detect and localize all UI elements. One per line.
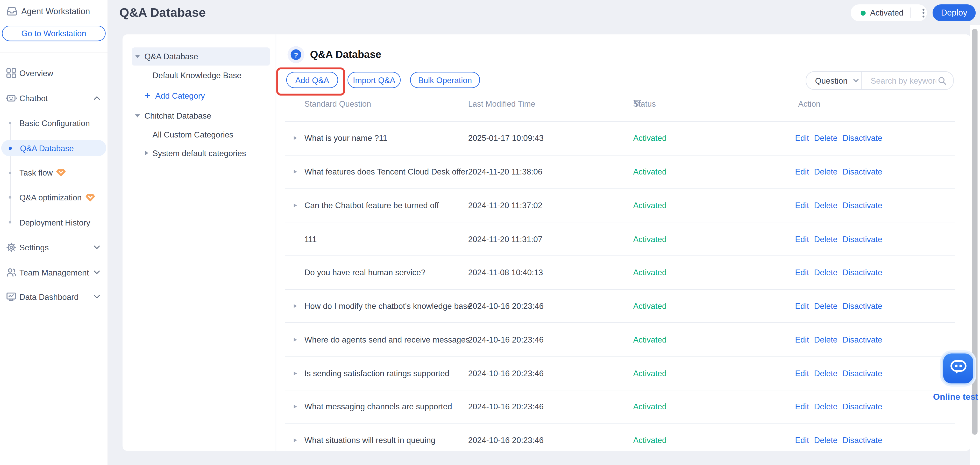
bullet-dot-icon xyxy=(9,196,11,198)
action-cell: EditDeleteDisactivate xyxy=(795,402,882,411)
sidebar-subitem-task-flow[interactable]: Task flow xyxy=(1,165,106,181)
disactivate-link[interactable]: Disactivate xyxy=(842,402,882,411)
table-row: 1112024-11-20 11:31:07ActivatedEditDelet… xyxy=(285,222,955,256)
online-test-chat-button[interactable] xyxy=(943,354,973,383)
chevron-up-icon xyxy=(94,96,100,100)
panel-title: Q&A Database xyxy=(310,49,381,60)
standard-question-cell: 111 xyxy=(304,234,317,244)
tree-item-default-knowledge-base[interactable]: Default Knowledge Base xyxy=(132,68,270,81)
last-modified-time-cell: 2024-11-20 11:31:07 xyxy=(468,234,542,244)
online-test-label[interactable]: Online test xyxy=(932,392,979,402)
search-field-select[interactable]: Question xyxy=(807,76,861,85)
last-modified-time-cell: 2024-11-08 10:40:13 xyxy=(468,268,543,277)
tree-item-all-custom-categories[interactable]: All Custom Categories xyxy=(132,128,270,140)
edit-link[interactable]: Edit xyxy=(795,402,809,411)
sidebar: Agent Workstation Go to Workstation Over… xyxy=(0,0,108,465)
disactivate-link[interactable]: Disactivate xyxy=(842,167,882,176)
edit-link[interactable]: Edit xyxy=(795,133,809,143)
edit-link[interactable]: Edit xyxy=(795,368,809,378)
edit-link[interactable]: Edit xyxy=(795,234,809,244)
delete-link[interactable]: Delete xyxy=(814,167,838,176)
tree-item-q-a-database[interactable]: Q&A Database xyxy=(132,48,270,65)
disactivate-link[interactable]: Disactivate xyxy=(842,133,882,143)
disactivate-link[interactable]: Disactivate xyxy=(842,302,882,311)
deploy-button[interactable]: Deploy xyxy=(932,5,975,21)
search-field-selected: Question xyxy=(815,76,848,85)
action-cell: EditDeleteDisactivate xyxy=(795,268,882,277)
disactivate-link[interactable]: Disactivate xyxy=(842,201,882,210)
help-icon[interactable]: ? xyxy=(291,49,301,60)
go-to-workstation-button[interactable]: Go to Workstation xyxy=(2,25,105,41)
content-card: Q&A DatabaseDefault Knowledge Base+Add C… xyxy=(123,35,970,451)
delete-link[interactable]: Delete xyxy=(814,201,838,210)
disactivate-link[interactable]: Disactivate xyxy=(842,234,882,244)
action-cell: EditDeleteDisactivate xyxy=(795,435,882,445)
add-qa-button[interactable]: Add Q&A xyxy=(286,72,338,88)
delete-link[interactable]: Delete xyxy=(814,268,838,277)
premium-gem-icon xyxy=(86,194,95,202)
tree-item-system-default-categories[interactable]: System default categories xyxy=(132,147,270,159)
last-modified-time-cell: 2024-10-16 20:23:46 xyxy=(468,302,544,311)
sidebar-item-data-dashboard[interactable]: Data Dashboard xyxy=(0,289,108,305)
table-row: What situations will result in queuing20… xyxy=(285,424,955,457)
sidebar-subitem-q-a-optimization[interactable]: Q&A optimization xyxy=(1,189,106,206)
edit-link[interactable]: Edit xyxy=(795,435,809,445)
expand-caret-icon[interactable] xyxy=(294,405,297,409)
expand-caret-icon[interactable] xyxy=(294,304,297,308)
expand-caret-icon[interactable] xyxy=(294,170,297,173)
bulk-operation-button[interactable]: Bulk Operation xyxy=(410,72,480,88)
tree-item-chitchat-database[interactable]: Chitchat Database xyxy=(132,109,270,122)
expand-caret-icon[interactable] xyxy=(294,438,297,442)
disactivate-link[interactable]: Disactivate xyxy=(842,368,882,378)
standard-question-cell: What features does Tencent Cloud Desk of… xyxy=(304,167,468,176)
sidebar-item-overview[interactable]: Overview xyxy=(0,65,108,81)
category-tree: Q&A DatabaseDefault Knowledge Base+Add C… xyxy=(123,35,276,451)
column-standard-question: Standard Question xyxy=(304,99,371,109)
delete-link[interactable]: Delete xyxy=(814,435,838,445)
action-cell: EditDeleteDisactivate xyxy=(795,302,882,311)
more-options-kebab-icon[interactable] xyxy=(915,5,932,21)
sidebar-item-chatbot[interactable]: Chatbot xyxy=(0,90,108,106)
search-icon[interactable] xyxy=(937,76,947,85)
sidebar-item-settings[interactable]: Settings xyxy=(0,239,108,256)
tree-item-add-category[interactable]: +Add Category xyxy=(132,89,270,102)
expand-caret-icon[interactable] xyxy=(294,338,297,341)
disactivate-link[interactable]: Disactivate xyxy=(842,335,882,344)
table-header: Standard Question Last Modified Time Sta… xyxy=(285,99,955,111)
table-row: How do I modify the chatbot's knowledge … xyxy=(285,289,955,323)
last-modified-time-cell: 2024-10-16 20:23:46 xyxy=(468,402,544,411)
edit-link[interactable]: Edit xyxy=(795,268,809,277)
edit-link[interactable]: Edit xyxy=(795,167,809,176)
chevron-down-icon xyxy=(94,270,100,275)
bullet-dot-icon xyxy=(9,122,11,124)
plus-icon: + xyxy=(144,90,150,101)
search-input[interactable] xyxy=(869,75,937,86)
pill-divider xyxy=(910,8,910,18)
filter-funnel-icon[interactable] xyxy=(633,99,641,110)
delete-link[interactable]: Delete xyxy=(814,368,838,378)
action-cell: EditDeleteDisactivate xyxy=(795,201,882,210)
import-qa-button[interactable]: Import Q&A xyxy=(347,72,401,88)
expand-caret-icon[interactable] xyxy=(294,203,297,207)
chat-bubble-icon xyxy=(948,358,968,379)
delete-link[interactable]: Delete xyxy=(814,133,838,143)
sidebar-subitem-deployment-history[interactable]: Deployment History xyxy=(1,214,106,230)
delete-link[interactable]: Delete xyxy=(814,402,838,411)
standard-question-cell: What is your name ?11 xyxy=(304,133,387,143)
expand-caret-icon[interactable] xyxy=(294,136,297,140)
edit-link[interactable]: Edit xyxy=(795,201,809,210)
delete-link[interactable]: Delete xyxy=(814,302,838,311)
disactivate-link[interactable]: Disactivate xyxy=(842,435,882,445)
table-row: What messaging channels are supported202… xyxy=(285,390,955,424)
delete-link[interactable]: Delete xyxy=(814,335,838,344)
sidebar-subitem-basic-configuration[interactable]: Basic Configuration xyxy=(1,115,106,131)
sidebar-subitem-q-a-database[interactable]: Q&A Database xyxy=(1,140,106,156)
qa-table-body: What is your name ?112025-01-17 10:09:43… xyxy=(285,121,955,451)
standard-question-cell: Where do agents send and receive message… xyxy=(304,335,470,344)
edit-link[interactable]: Edit xyxy=(795,302,809,311)
sidebar-item-team-management[interactable]: Team Management xyxy=(0,264,108,280)
disactivate-link[interactable]: Disactivate xyxy=(842,268,882,277)
edit-link[interactable]: Edit xyxy=(795,335,809,344)
expand-caret-icon[interactable] xyxy=(294,371,297,375)
delete-link[interactable]: Delete xyxy=(814,234,838,244)
